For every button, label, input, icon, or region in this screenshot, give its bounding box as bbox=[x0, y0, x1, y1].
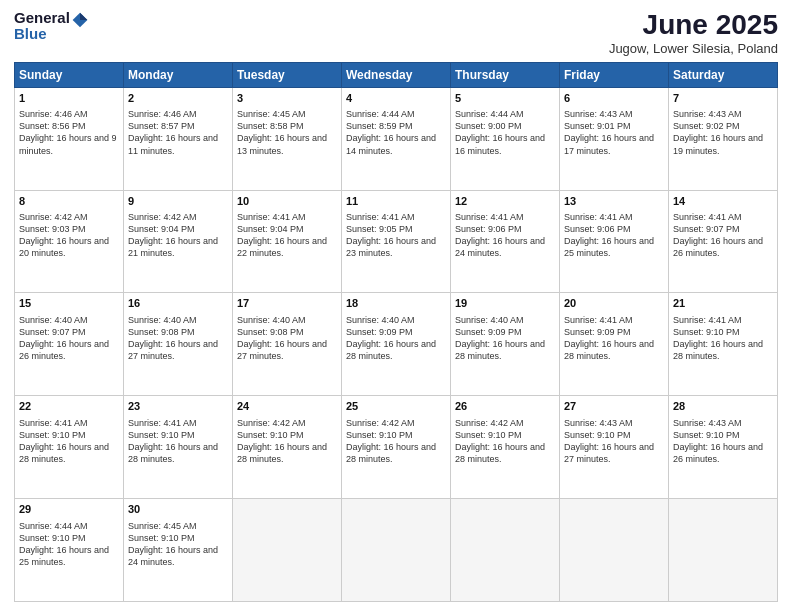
day-number: 6 bbox=[564, 91, 664, 106]
day-number: 4 bbox=[346, 91, 446, 106]
svg-marker-1 bbox=[80, 13, 87, 20]
calendar-cell: 22Sunrise: 4:41 AMSunset: 9:10 PMDayligh… bbox=[15, 396, 124, 499]
day-info: Sunrise: 4:43 AMSunset: 9:02 PMDaylight:… bbox=[673, 108, 773, 157]
day-info: Sunrise: 4:41 AMSunset: 9:07 PMDaylight:… bbox=[673, 211, 773, 260]
day-number: 3 bbox=[237, 91, 337, 106]
day-number: 11 bbox=[346, 194, 446, 209]
day-info: Sunrise: 4:41 AMSunset: 9:06 PMDaylight:… bbox=[455, 211, 555, 260]
day-number: 27 bbox=[564, 399, 664, 414]
day-info: Sunrise: 4:40 AMSunset: 9:09 PMDaylight:… bbox=[346, 314, 446, 363]
day-info: Sunrise: 4:42 AMSunset: 9:10 PMDaylight:… bbox=[346, 417, 446, 466]
day-number: 20 bbox=[564, 296, 664, 311]
calendar-table: SundayMondayTuesdayWednesdayThursdayFrid… bbox=[14, 62, 778, 602]
day-info: Sunrise: 4:44 AMSunset: 8:59 PMDaylight:… bbox=[346, 108, 446, 157]
calendar-cell: 5Sunrise: 4:44 AMSunset: 9:00 PMDaylight… bbox=[451, 87, 560, 190]
calendar-cell bbox=[342, 499, 451, 602]
day-number: 29 bbox=[19, 502, 119, 517]
day-number: 26 bbox=[455, 399, 555, 414]
day-number: 9 bbox=[128, 194, 228, 209]
calendar-cell: 15Sunrise: 4:40 AMSunset: 9:07 PMDayligh… bbox=[15, 293, 124, 396]
day-info: Sunrise: 4:42 AMSunset: 9:03 PMDaylight:… bbox=[19, 211, 119, 260]
day-of-week-header: Monday bbox=[124, 62, 233, 87]
logo: General Blue bbox=[14, 10, 89, 43]
day-info: Sunrise: 4:46 AMSunset: 8:56 PMDaylight:… bbox=[19, 108, 119, 157]
calendar-cell bbox=[560, 499, 669, 602]
calendar-cell: 17Sunrise: 4:40 AMSunset: 9:08 PMDayligh… bbox=[233, 293, 342, 396]
calendar-cell bbox=[451, 499, 560, 602]
calendar-cell: 19Sunrise: 4:40 AMSunset: 9:09 PMDayligh… bbox=[451, 293, 560, 396]
day-info: Sunrise: 4:42 AMSunset: 9:10 PMDaylight:… bbox=[237, 417, 337, 466]
calendar-row: 15Sunrise: 4:40 AMSunset: 9:07 PMDayligh… bbox=[15, 293, 778, 396]
calendar-cell: 12Sunrise: 4:41 AMSunset: 9:06 PMDayligh… bbox=[451, 190, 560, 293]
day-number: 10 bbox=[237, 194, 337, 209]
day-number: 2 bbox=[128, 91, 228, 106]
calendar-cell: 30Sunrise: 4:45 AMSunset: 9:10 PMDayligh… bbox=[124, 499, 233, 602]
calendar-cell: 16Sunrise: 4:40 AMSunset: 9:08 PMDayligh… bbox=[124, 293, 233, 396]
calendar-cell: 14Sunrise: 4:41 AMSunset: 9:07 PMDayligh… bbox=[669, 190, 778, 293]
calendar-row: 22Sunrise: 4:41 AMSunset: 9:10 PMDayligh… bbox=[15, 396, 778, 499]
location: Jugow, Lower Silesia, Poland bbox=[609, 41, 778, 56]
day-info: Sunrise: 4:40 AMSunset: 9:08 PMDaylight:… bbox=[128, 314, 228, 363]
calendar-cell: 25Sunrise: 4:42 AMSunset: 9:10 PMDayligh… bbox=[342, 396, 451, 499]
day-info: Sunrise: 4:44 AMSunset: 9:10 PMDaylight:… bbox=[19, 520, 119, 569]
day-number: 19 bbox=[455, 296, 555, 311]
calendar-cell: 18Sunrise: 4:40 AMSunset: 9:09 PMDayligh… bbox=[342, 293, 451, 396]
calendar-cell: 24Sunrise: 4:42 AMSunset: 9:10 PMDayligh… bbox=[233, 396, 342, 499]
day-of-week-header: Sunday bbox=[15, 62, 124, 87]
day-info: Sunrise: 4:45 AMSunset: 9:10 PMDaylight:… bbox=[128, 520, 228, 569]
calendar-cell: 13Sunrise: 4:41 AMSunset: 9:06 PMDayligh… bbox=[560, 190, 669, 293]
day-info: Sunrise: 4:41 AMSunset: 9:10 PMDaylight:… bbox=[128, 417, 228, 466]
day-info: Sunrise: 4:41 AMSunset: 9:10 PMDaylight:… bbox=[19, 417, 119, 466]
day-info: Sunrise: 4:41 AMSunset: 9:05 PMDaylight:… bbox=[346, 211, 446, 260]
day-number: 5 bbox=[455, 91, 555, 106]
calendar-cell: 11Sunrise: 4:41 AMSunset: 9:05 PMDayligh… bbox=[342, 190, 451, 293]
calendar-cell: 23Sunrise: 4:41 AMSunset: 9:10 PMDayligh… bbox=[124, 396, 233, 499]
day-info: Sunrise: 4:40 AMSunset: 9:08 PMDaylight:… bbox=[237, 314, 337, 363]
day-number: 24 bbox=[237, 399, 337, 414]
day-number: 12 bbox=[455, 194, 555, 209]
calendar-cell: 28Sunrise: 4:43 AMSunset: 9:10 PMDayligh… bbox=[669, 396, 778, 499]
day-number: 28 bbox=[673, 399, 773, 414]
day-of-week-header: Saturday bbox=[669, 62, 778, 87]
calendar-cell: 9Sunrise: 4:42 AMSunset: 9:04 PMDaylight… bbox=[124, 190, 233, 293]
day-info: Sunrise: 4:46 AMSunset: 8:57 PMDaylight:… bbox=[128, 108, 228, 157]
month-title: June 2025 bbox=[609, 10, 778, 41]
day-info: Sunrise: 4:41 AMSunset: 9:04 PMDaylight:… bbox=[237, 211, 337, 260]
day-number: 30 bbox=[128, 502, 228, 517]
calendar-row: 29Sunrise: 4:44 AMSunset: 9:10 PMDayligh… bbox=[15, 499, 778, 602]
day-number: 18 bbox=[346, 296, 446, 311]
day-number: 16 bbox=[128, 296, 228, 311]
calendar-cell: 8Sunrise: 4:42 AMSunset: 9:03 PMDaylight… bbox=[15, 190, 124, 293]
day-info: Sunrise: 4:42 AMSunset: 9:10 PMDaylight:… bbox=[455, 417, 555, 466]
day-number: 7 bbox=[673, 91, 773, 106]
day-of-week-header: Friday bbox=[560, 62, 669, 87]
calendar-cell: 6Sunrise: 4:43 AMSunset: 9:01 PMDaylight… bbox=[560, 87, 669, 190]
day-info: Sunrise: 4:40 AMSunset: 9:09 PMDaylight:… bbox=[455, 314, 555, 363]
day-of-week-header: Tuesday bbox=[233, 62, 342, 87]
day-number: 25 bbox=[346, 399, 446, 414]
day-info: Sunrise: 4:45 AMSunset: 8:58 PMDaylight:… bbox=[237, 108, 337, 157]
day-info: Sunrise: 4:41 AMSunset: 9:06 PMDaylight:… bbox=[564, 211, 664, 260]
calendar-cell: 2Sunrise: 4:46 AMSunset: 8:57 PMDaylight… bbox=[124, 87, 233, 190]
day-number: 22 bbox=[19, 399, 119, 414]
calendar-cell: 21Sunrise: 4:41 AMSunset: 9:10 PMDayligh… bbox=[669, 293, 778, 396]
title-block: June 2025 Jugow, Lower Silesia, Poland bbox=[609, 10, 778, 56]
calendar-cell: 3Sunrise: 4:45 AMSunset: 8:58 PMDaylight… bbox=[233, 87, 342, 190]
day-number: 21 bbox=[673, 296, 773, 311]
day-number: 17 bbox=[237, 296, 337, 311]
day-number: 1 bbox=[19, 91, 119, 106]
day-number: 23 bbox=[128, 399, 228, 414]
calendar-cell bbox=[233, 499, 342, 602]
header: General Blue June 2025 Jugow, Lower Sile… bbox=[14, 10, 778, 56]
day-info: Sunrise: 4:41 AMSunset: 9:09 PMDaylight:… bbox=[564, 314, 664, 363]
day-info: Sunrise: 4:41 AMSunset: 9:10 PMDaylight:… bbox=[673, 314, 773, 363]
calendar-cell: 26Sunrise: 4:42 AMSunset: 9:10 PMDayligh… bbox=[451, 396, 560, 499]
calendar-cell: 1Sunrise: 4:46 AMSunset: 8:56 PMDaylight… bbox=[15, 87, 124, 190]
day-number: 14 bbox=[673, 194, 773, 209]
calendar-cell: 29Sunrise: 4:44 AMSunset: 9:10 PMDayligh… bbox=[15, 499, 124, 602]
day-info: Sunrise: 4:43 AMSunset: 9:10 PMDaylight:… bbox=[673, 417, 773, 466]
calendar-cell: 7Sunrise: 4:43 AMSunset: 9:02 PMDaylight… bbox=[669, 87, 778, 190]
day-info: Sunrise: 4:43 AMSunset: 9:01 PMDaylight:… bbox=[564, 108, 664, 157]
day-info: Sunrise: 4:42 AMSunset: 9:04 PMDaylight:… bbox=[128, 211, 228, 260]
day-number: 15 bbox=[19, 296, 119, 311]
